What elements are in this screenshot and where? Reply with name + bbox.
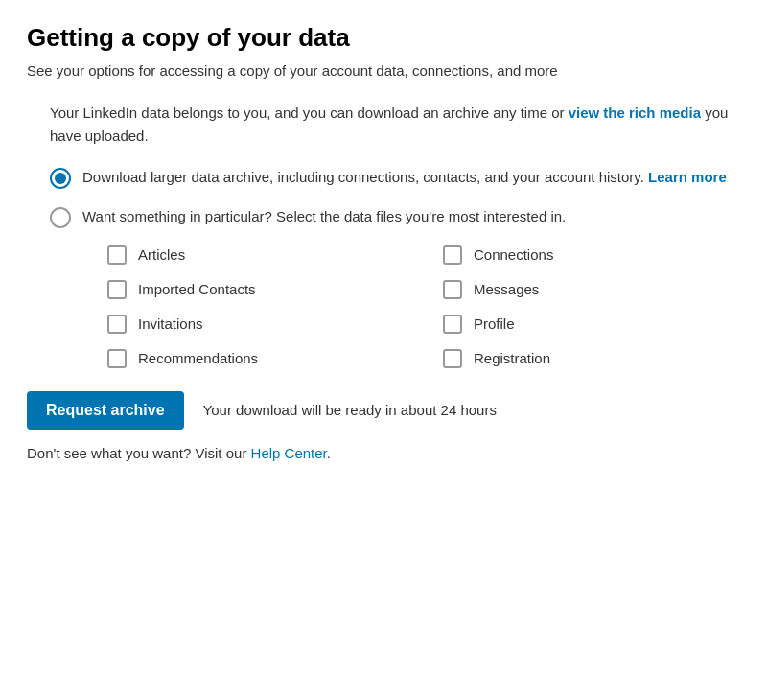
footer-text: Don't see what you want? Visit our Help … xyxy=(27,445,740,461)
checkbox-articles[interactable] xyxy=(107,245,127,265)
checkbox-recommendations-label: Recommendations xyxy=(138,350,258,366)
checkbox-grid: Articles Connections Imported Contacts M… xyxy=(107,245,740,368)
intro-text-before: Your LinkedIn data belongs to you, and y… xyxy=(50,105,569,121)
checkbox-item-registration[interactable]: Registration xyxy=(443,349,740,368)
request-archive-button[interactable]: Request archive xyxy=(27,391,184,430)
radio-section: Download larger data archive, including … xyxy=(50,167,740,368)
request-archive-note: Your download will be ready in about 24 … xyxy=(203,402,497,418)
checkbox-recommendations[interactable] xyxy=(107,349,127,368)
radio-option-specific[interactable]: Want something in particular? Select the… xyxy=(50,206,740,228)
intro-text: Your LinkedIn data belongs to you, and y… xyxy=(50,102,740,148)
checkbox-item-connections[interactable]: Connections xyxy=(443,245,740,265)
page-subtitle: See your options for accessing a copy of… xyxy=(27,60,740,82)
footer-text-after: . xyxy=(327,445,331,461)
view-rich-media-link[interactable]: view the rich media xyxy=(569,105,701,121)
checkbox-item-profile[interactable]: Profile xyxy=(443,315,740,334)
checkbox-messages[interactable] xyxy=(443,280,462,299)
checkbox-invitations-label: Invitations xyxy=(138,315,203,332)
radio-specific-input[interactable] xyxy=(50,207,71,228)
checkbox-profile-label: Profile xyxy=(474,315,515,332)
radio-option-large-archive[interactable]: Download larger data archive, including … xyxy=(50,167,740,189)
checkbox-invitations[interactable] xyxy=(107,315,127,334)
radio-large-archive-text: Download larger data archive, including … xyxy=(82,169,648,185)
learn-more-link[interactable]: Learn more xyxy=(648,169,727,185)
radio-specific-label: Want something in particular? Select the… xyxy=(82,206,566,228)
checkbox-messages-label: Messages xyxy=(474,281,539,297)
help-center-link[interactable]: Help Center xyxy=(251,445,327,461)
checkbox-connections-label: Connections xyxy=(474,246,553,263)
checkbox-registration[interactable] xyxy=(443,349,462,368)
checkbox-item-messages[interactable]: Messages xyxy=(443,280,740,299)
checkbox-profile[interactable] xyxy=(443,315,462,334)
radio-large-archive-label: Download larger data archive, including … xyxy=(82,167,727,189)
checkbox-item-imported-contacts[interactable]: Imported Contacts xyxy=(107,280,405,299)
footer-text-before: Don't see what you want? Visit our xyxy=(27,445,251,461)
checkbox-item-articles[interactable]: Articles xyxy=(107,245,405,265)
checkbox-articles-label: Articles xyxy=(138,246,185,263)
checkbox-item-invitations[interactable]: Invitations xyxy=(107,315,405,334)
page-title: Getting a copy of your data xyxy=(27,23,740,53)
request-section: Request archive Your download will be re… xyxy=(27,391,740,430)
checkbox-registration-label: Registration xyxy=(474,350,550,366)
checkbox-imported-contacts-label: Imported Contacts xyxy=(138,281,256,297)
checkbox-connections[interactable] xyxy=(443,245,462,265)
checkbox-item-recommendations[interactable]: Recommendations xyxy=(107,349,405,368)
radio-large-archive-input[interactable] xyxy=(50,168,71,189)
checkbox-imported-contacts[interactable] xyxy=(107,280,127,299)
